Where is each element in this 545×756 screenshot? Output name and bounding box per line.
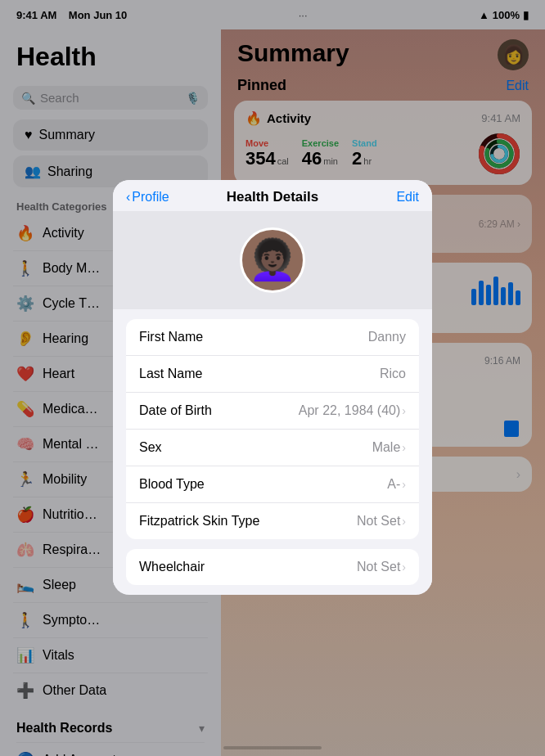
form-row-blood-type[interactable]: Blood Type A- ›	[126, 466, 419, 503]
modal-edit-button[interactable]: Edit	[396, 190, 419, 205]
modal-body: First Name Danny Last Name Rico Date of …	[113, 319, 432, 585]
blood-type-chevron: ›	[402, 478, 406, 491]
first-name-text: Danny	[368, 330, 406, 344]
wheelchair-chevron: ›	[402, 560, 406, 574]
modal-form-section-1: First Name Danny Last Name Rico Date of …	[126, 319, 419, 539]
first-name-value: Danny	[368, 330, 406, 344]
blood-type-value: A- ›	[387, 477, 406, 492]
dob-chevron: ›	[402, 404, 406, 417]
modal-back-button[interactable]: ‹ Profile	[126, 190, 169, 205]
skin-type-chevron: ›	[402, 515, 406, 528]
dob-text: Apr 22, 1984 (40)	[299, 403, 401, 418]
wheelchair-label: Wheelchair	[139, 560, 205, 574]
sex-chevron: ›	[402, 441, 406, 454]
health-details-modal: ‹ Profile Health Details Edit 👩🏿‍🦱 First…	[113, 180, 432, 595]
modal-overlay[interactable]: ‹ Profile Health Details Edit 👩🏿‍🦱 First…	[0, 0, 545, 756]
back-chevron-icon: ‹	[126, 190, 130, 205]
form-row-wheelchair[interactable]: Wheelchair Not Set ›	[126, 549, 419, 585]
skin-type-value: Not Set ›	[357, 514, 406, 529]
form-row-last-name[interactable]: Last Name Rico	[126, 356, 419, 393]
form-row-sex[interactable]: Sex Male ›	[126, 430, 419, 466]
skin-type-text: Not Set	[357, 514, 400, 529]
modal-avatar-section: 👩🏿‍🦱	[113, 211, 432, 309]
last-name-text: Rico	[380, 367, 406, 381]
form-row-skin-type[interactable]: Fitzpatrick Skin Type Not Set ›	[126, 503, 419, 539]
modal-form-section-2: Wheelchair Not Set ›	[126, 549, 419, 585]
sex-value: Male ›	[372, 440, 406, 455]
dob-value: Apr 22, 1984 (40) ›	[299, 403, 406, 418]
blood-type-text: A-	[387, 477, 400, 492]
last-name-label: Last Name	[139, 367, 202, 381]
skin-type-label: Fitzpatrick Skin Type	[139, 514, 259, 529]
modal-title: Health Details	[227, 189, 318, 205]
sex-text: Male	[372, 440, 401, 455]
modal-avatar[interactable]: 👩🏿‍🦱	[240, 227, 305, 293]
form-row-dob[interactable]: Date of Birth Apr 22, 1984 (40) ›	[126, 393, 419, 430]
blood-type-label: Blood Type	[139, 477, 205, 492]
form-row-first-name[interactable]: First Name Danny	[126, 319, 419, 356]
avatar-emoji: 👩🏿‍🦱	[248, 237, 297, 283]
wheelchair-value: Not Set ›	[357, 560, 406, 574]
sex-label: Sex	[139, 440, 162, 455]
first-name-label: First Name	[139, 330, 203, 344]
last-name-value: Rico	[380, 367, 406, 381]
wheelchair-text: Not Set	[357, 560, 400, 574]
modal-nav: ‹ Profile Health Details Edit	[113, 180, 432, 211]
dob-label: Date of Birth	[139, 403, 212, 418]
back-label: Profile	[132, 190, 169, 205]
